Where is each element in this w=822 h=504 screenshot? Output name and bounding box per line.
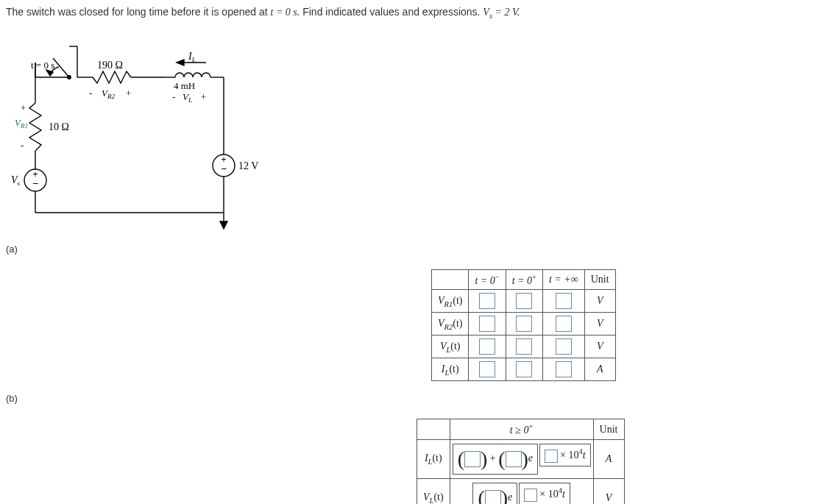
input-vr2-0m[interactable] xyxy=(479,316,495,332)
th-unit: Unit xyxy=(584,269,615,290)
svg-text:+: + xyxy=(201,91,206,102)
th-tinf: t = +∞ xyxy=(542,269,584,290)
svg-text:t = 0 s: t = 0 s xyxy=(31,60,54,71)
input-il-const[interactable] xyxy=(464,451,481,467)
input-il-inf[interactable] xyxy=(556,361,572,377)
svg-text:190 Ω: 190 Ω xyxy=(97,60,123,71)
svg-text:IL: IL xyxy=(188,51,196,63)
th-unit-b: Unit xyxy=(593,419,624,440)
table-b: t ≥ 0+ Unit IL(t) () + ()e × 104t A VL(t… xyxy=(417,419,816,504)
input-vl-coef[interactable] xyxy=(485,490,501,504)
table-row: VL(t) ()e × 104t V xyxy=(417,479,625,504)
input-vl-inf[interactable] xyxy=(556,338,572,355)
svg-marker-25 xyxy=(177,60,184,65)
table-a: t = 0− t = 0+ t = +∞ Unit VR1(t) V VR2(t… xyxy=(431,269,816,382)
svg-text:+: + xyxy=(126,88,131,99)
input-vr1-inf[interactable] xyxy=(556,293,572,309)
input-vl-exp[interactable] xyxy=(524,489,537,502)
table-row: VR2(t) V xyxy=(432,313,616,336)
problem-pre: The switch was closed for long time befo… xyxy=(6,6,271,18)
part-a-label: (a) xyxy=(6,244,816,255)
svg-text:−: − xyxy=(32,177,38,189)
input-il-0p[interactable] xyxy=(516,361,532,377)
table-row: VL(t) V xyxy=(432,336,616,358)
svg-text:VR1: VR1 xyxy=(15,117,28,129)
input-vr1-0p[interactable] xyxy=(516,293,532,309)
svg-marker-7 xyxy=(220,221,227,229)
input-vr1-0m[interactable] xyxy=(479,293,495,309)
svg-text:12 V: 12 V xyxy=(238,160,258,171)
svg-text:VR2: VR2 xyxy=(102,88,115,100)
svg-text:-: - xyxy=(21,140,24,151)
svg-text:4 mH: 4 mH xyxy=(174,80,195,91)
problem-teq: t = 0 s. xyxy=(271,7,300,18)
th-t0plus: t = 0+ xyxy=(506,269,542,290)
svg-text:−: − xyxy=(221,163,227,174)
svg-text:VL: VL xyxy=(183,91,192,104)
svg-text:-: - xyxy=(172,91,175,102)
problem-statement: The switch was closed for long time befo… xyxy=(6,6,816,20)
part-b-label: (b) xyxy=(6,393,816,404)
svg-text:+: + xyxy=(21,102,26,113)
problem-mid: Find indicated values and expressions. xyxy=(302,6,483,18)
th-t0minus: t = 0− xyxy=(469,269,506,290)
input-vl-0m[interactable] xyxy=(479,338,495,355)
svg-text:10 Ω: 10 Ω xyxy=(49,121,69,132)
problem-vs: Vs = 2 V. xyxy=(483,7,520,18)
input-vr2-0p[interactable] xyxy=(516,316,532,332)
th-tge0: t ≥ 0+ xyxy=(450,419,593,440)
input-il-exp[interactable] xyxy=(545,450,558,463)
input-vr2-inf[interactable] xyxy=(556,316,572,332)
table-row: IL(t) () + ()e × 104t A xyxy=(417,440,625,479)
table-row: IL(t) A xyxy=(432,358,616,381)
svg-text:-: - xyxy=(89,88,92,99)
input-il-coef[interactable] xyxy=(506,451,522,467)
input-vl-0p[interactable] xyxy=(516,338,532,355)
circuit-diagram: + − + − t xyxy=(6,26,278,232)
svg-text:Vs: Vs xyxy=(11,174,21,187)
table-row: VR1(t) V xyxy=(432,290,616,313)
input-il-0m[interactable] xyxy=(479,361,495,377)
